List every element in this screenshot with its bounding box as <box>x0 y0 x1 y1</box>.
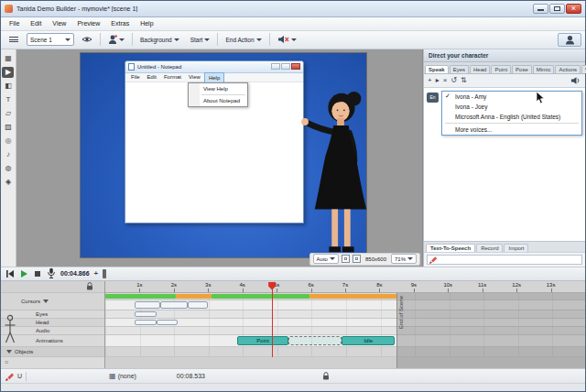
auto-quality-select[interactable]: Auto <box>313 254 339 264</box>
stop-icon[interactable] <box>33 269 42 278</box>
voice-option-joey[interactable]: Ivona - Joey <box>442 102 581 112</box>
tab-speak[interactable]: Speak <box>425 65 449 73</box>
skip-to-start-icon[interactable] <box>5 269 15 278</box>
tab-text-to-speech[interactable]: Text-To-Speech <box>426 244 475 252</box>
character-panel-toggle[interactable] <box>558 33 581 47</box>
timeline-ruler[interactable]: 1s2s3s4s5s6s7s8s9s10s11s12s13s <box>105 281 585 293</box>
zoom-tool-icon[interactable]: ◍ <box>2 163 14 174</box>
menu-item-view-help[interactable]: View Help <box>189 84 247 93</box>
effects-tool-icon[interactable]: ◈ <box>2 177 14 188</box>
preview-eye-button[interactable] <box>78 34 96 45</box>
background-button[interactable]: Background <box>136 35 183 45</box>
collapse-icon[interactable] <box>6 350 12 354</box>
record-tool-icon[interactable]: ▶ <box>2 67 14 78</box>
speech-text-field[interactable] <box>427 255 582 265</box>
notepad-menu-file[interactable]: File <box>127 72 144 82</box>
minimize-button[interactable] <box>533 4 548 14</box>
delete-voice-icon[interactable]: × <box>443 74 448 86</box>
lock-icon[interactable] <box>322 372 330 380</box>
eyes-clip[interactable] <box>135 311 157 317</box>
add-marker-icon[interactable]: + <box>94 269 99 278</box>
master-segment[interactable] <box>105 294 176 299</box>
titlebar[interactable]: Tanida Demo Builder - mymovie* [scene 1] <box>1 1 585 17</box>
head-clip[interactable] <box>135 320 157 325</box>
animations-clip[interactable]: Idle <box>342 336 395 345</box>
refresh-voices-icon[interactable]: ↺ <box>450 74 457 86</box>
master-segment[interactable] <box>212 294 309 299</box>
speaker-icon[interactable] <box>570 76 581 85</box>
text-to-speech-area[interactable]: En ✓ Ivona - Amy Ivona - Joey Microsoft … <box>424 88 585 241</box>
tab-head[interactable]: Head <box>470 65 490 73</box>
character-figure[interactable] <box>298 88 383 257</box>
head-clip[interactable] <box>157 320 177 325</box>
text-tool-icon[interactable]: T <box>2 94 14 105</box>
maximize-button[interactable] <box>549 4 565 14</box>
play-voice-icon[interactable]: ▸ <box>436 74 440 86</box>
add-voice-icon[interactable]: + <box>428 74 432 86</box>
timeline-zoom-slider[interactable] <box>103 269 106 278</box>
animations-ghost-clip[interactable] <box>288 336 342 345</box>
actual-size-icon[interactable] <box>353 255 361 263</box>
timeline-tracks[interactable]: 1s2s3s4s5s6s7s8s9s10s11s12s13s PointIdle… <box>105 281 585 369</box>
edit-pencil-icon[interactable] <box>5 372 15 381</box>
audio-tool-icon[interactable]: ♪ <box>2 149 14 160</box>
notepad-menu-view[interactable]: View <box>185 72 204 82</box>
notepad-window[interactable]: Untitled - Notepad File Edit Format View… <box>125 60 304 223</box>
tab-import[interactable]: Import <box>504 244 528 252</box>
microphone-icon[interactable] <box>47 267 56 279</box>
notepad-menu-format[interactable]: Format <box>160 72 185 82</box>
notepad-menu-edit[interactable]: Edit <box>144 72 160 82</box>
voice-option-more[interactable]: More voices... <box>442 125 581 135</box>
voice-option-amy[interactable]: ✓ Ivona - Amy <box>442 92 581 102</box>
start-button[interactable]: Start <box>187 35 214 45</box>
tab-point[interactable]: Point <box>491 65 511 73</box>
cursors-clip[interactable] <box>188 301 208 309</box>
scene-select[interactable]: Scene 1 <box>27 33 74 46</box>
reorder-icon[interactable]: ⇅ <box>461 74 467 86</box>
image-tool-icon[interactable]: ▨ <box>2 122 14 133</box>
notepad-menu-help[interactable]: Help <box>204 72 224 82</box>
collapse-icon[interactable] <box>43 299 49 303</box>
master-segment[interactable] <box>176 294 212 299</box>
fit-to-window-icon[interactable] <box>342 255 350 263</box>
menu-file[interactable]: File <box>4 16 25 30</box>
menu-edit[interactable]: Edit <box>25 16 47 30</box>
object-grid-icon[interactable]: ▦ <box>109 372 116 380</box>
tab-pose[interactable]: Pose <box>512 65 532 73</box>
end-action-button[interactable]: End Action <box>222 35 265 45</box>
menu-extras[interactable]: Extras <box>105 16 135 30</box>
record-demo-button[interactable] <box>104 33 128 47</box>
stage[interactable]: Untitled - Notepad File Edit Format View… <box>81 53 366 257</box>
notepad-close-button[interactable] <box>291 63 300 70</box>
tab-actions[interactable]: Actions <box>555 65 581 73</box>
tab-eyes[interactable]: Eyes <box>450 65 469 73</box>
voice-option-anna[interactable]: Microsoft Anna - English (United States) <box>442 112 581 122</box>
menu-view[interactable]: View <box>47 16 71 30</box>
spotlight-tool-icon[interactable]: ◎ <box>2 136 14 147</box>
lock-icon[interactable] <box>86 282 93 290</box>
playhead-line[interactable] <box>272 287 273 358</box>
play-icon[interactable] <box>19 269 28 278</box>
animations-clip[interactable]: Point <box>237 336 288 345</box>
scene-list-button[interactable] <box>5 33 23 46</box>
notepad-minimize-button[interactable] <box>271 63 280 70</box>
master-segment[interactable] <box>309 294 396 299</box>
tab-record[interactable]: Record <box>476 244 503 252</box>
tab-mimic[interactable]: Mimic <box>533 65 555 73</box>
shapes-tool-icon[interactable]: ▱ <box>2 108 14 119</box>
cursors-clip[interactable] <box>135 301 160 309</box>
scenes-panel-icon[interactable]: ▦ <box>2 53 14 64</box>
close-button[interactable] <box>566 4 581 14</box>
menu-preview[interactable]: Preview <box>71 16 105 30</box>
mute-button[interactable] <box>274 33 300 46</box>
zoom-select[interactable]: 71% <box>391 254 417 264</box>
menu-item-about-notepad[interactable]: About Notepad <box>189 96 247 105</box>
track-label-cursors[interactable]: Cursors <box>1 293 104 310</box>
track-label-objects[interactable]: Objects <box>1 347 104 357</box>
notepad-maximize-button[interactable] <box>281 63 290 70</box>
cursors-clip[interactable] <box>160 301 188 309</box>
panel-resize-grip[interactable]: ≡ <box>5 359 8 365</box>
canvas-area[interactable]: Untitled - Notepad File Edit Format View… <box>16 49 423 267</box>
tab-walk[interactable]: Walk <box>581 65 586 73</box>
callout-tool-icon[interactable]: ◧ <box>2 81 14 92</box>
